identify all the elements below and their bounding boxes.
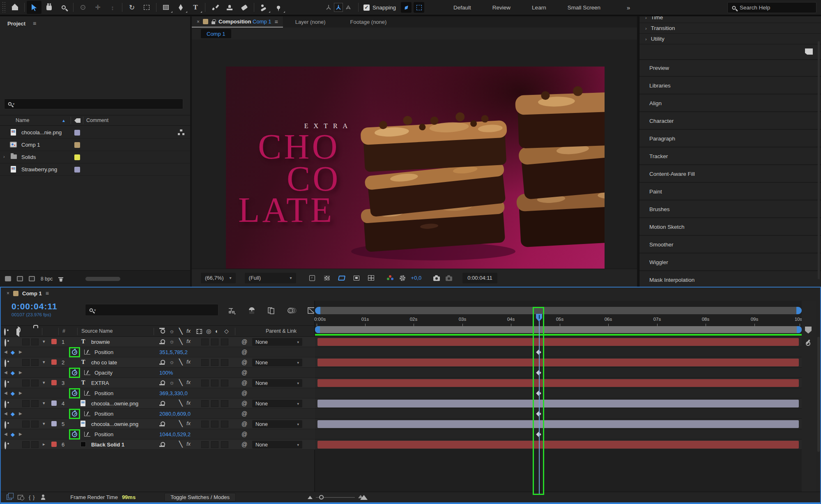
property-value[interactable]: 2080,0,609,0 [159,411,191,417]
dolly-camera-tool[interactable]: ↕ [105,1,120,14]
composition-mini-flowchart-icon[interactable] [228,306,237,315]
eye-icon[interactable] [5,442,6,449]
panel-tab-libraries[interactable]: Libraries [639,78,821,94]
shy-switch[interactable] [159,339,165,344]
brush-tool[interactable] [207,1,222,14]
timeline-tab-title[interactable]: Comp 1 [22,290,42,297]
property-pickwhip-icon[interactable]: @ [241,410,247,417]
panel-tab-character[interactable]: Character [639,113,821,130]
quality-switch[interactable]: ╲ [179,359,182,365]
property-pickwhip-icon[interactable]: @ [241,390,247,396]
effect-category-transition[interactable]: › Transition [639,23,821,34]
take-snapshot-button[interactable] [430,273,443,283]
shy-switch[interactable] [159,421,165,426]
local-axis-mode[interactable] [324,3,333,12]
home-tool[interactable] [7,1,22,14]
render-time-pane-button[interactable] [41,495,46,500]
layer-lane[interactable] [315,357,802,368]
more-workspaces-chevron[interactable]: » [627,4,629,11]
property-graph-icon[interactable] [84,411,90,416]
property-name[interactable]: Opacity [94,370,113,376]
parent-pickwhip-icon[interactable]: @ [241,441,247,448]
switch-cell[interactable] [221,338,228,345]
switch-cell[interactable] [31,380,39,387]
tab-composition[interactable]: × Composition Comp 1 ≡ [192,16,283,28]
layer-row[interactable]: ▾ 3 T EXTRA ☼ ╲ fx @ None▾ [1,378,315,388]
collapse-switch[interactable]: ☼ [169,359,175,365]
next-keyframe-icon[interactable]: ▶ [19,350,22,354]
switch-cell[interactable] [22,380,30,387]
property-row[interactable]: ◀ ◆ ▶ Position 1044,0,529,2 @ [1,429,315,440]
layer-color-swatch[interactable] [51,339,57,344]
panel-tab-content-aware-fill[interactable]: Content-Aware Fill [639,166,821,183]
shy-switch[interactable] [159,380,165,385]
column-name[interactable]: Name [16,117,29,123]
hand-tool[interactable] [41,1,56,14]
switch-cell[interactable] [201,359,209,366]
eraser-tool[interactable] [237,1,252,14]
effect-category-time[interactable]: › Time [639,16,821,23]
switch-cell[interactable] [22,441,30,448]
workspace-tab-default[interactable]: Default [443,5,482,11]
time-ruler[interactable]: 0:00s 01s 02s 03s 04s 05s 06s 07s 08s 09… [315,315,802,326]
prev-keyframe-icon[interactable]: ◀ [4,370,7,375]
expander-icon[interactable]: ▾ [43,380,45,385]
layer-lane[interactable] [315,378,802,388]
property-graph-icon[interactable] [84,391,90,396]
workspace-tab-small-screen[interactable]: Small Screen [557,5,611,11]
comp-button-icon[interactable] [805,339,812,346]
parent-pickwhip-icon[interactable]: @ [241,338,247,345]
switch-cell[interactable] [221,359,228,366]
tab-footage[interactable]: Footage (none) [338,19,399,25]
rotation-tool[interactable]: ↻ [124,1,139,14]
layer-switches-pane-button[interactable] [7,495,12,500]
quality-switch[interactable]: ╲ [179,420,182,427]
label-color-swatch[interactable] [74,142,80,148]
selection-tool[interactable] [27,1,41,14]
panel-tab-align[interactable]: Align [639,95,821,112]
collapse-switch[interactable]: ☼ [169,338,175,345]
add-keyframe-icon[interactable]: ◆ [11,390,15,396]
switch-cell[interactable] [201,338,209,345]
expander-icon[interactable]: ▸ [43,442,45,447]
project-item-row[interactable]: chocola...nie.png [0,127,190,139]
zoom-out-mountain-icon[interactable] [308,496,313,499]
eye-icon[interactable] [5,401,6,407]
layer-color-swatch[interactable] [51,442,57,447]
zoom-tool[interactable] [56,1,71,14]
property-row[interactable]: ◀ ◆ ▶ Opacity 100% @ [1,368,315,378]
property-pickwhip-icon[interactable]: @ [241,349,247,355]
layer-duration-bar[interactable] [317,338,799,346]
viewer-menu-icon[interactable]: ≡ [275,18,278,25]
add-keyframe-icon[interactable]: ◆ [11,370,15,376]
label-color-swatch[interactable] [74,154,80,160]
layer-row[interactable]: ▾ 5 chocola...ownie.png ╲ fx @ None▾ [1,419,315,429]
expander-icon[interactable]: ▾ [43,421,45,426]
panel-scrollbar[interactable] [818,41,820,279]
layer-color-swatch[interactable] [51,421,57,426]
shy-switch[interactable] [159,442,165,447]
parent-pickwhip-icon[interactable]: @ [241,380,247,386]
current-timecode[interactable]: 0:00:04:11 [11,301,57,311]
timeline-vertical-scrollbar[interactable] [817,337,820,452]
shy-switch[interactable] [159,360,165,365]
comp-marker-icon[interactable] [805,327,812,334]
column-source-name[interactable]: Source Name [81,328,113,334]
layer-row[interactable]: ▾ 1 T brownie ☼ ╲ fx @ None▾ [1,337,315,347]
property-graph-icon[interactable] [84,350,90,354]
project-item-row[interactable]: Strawberry.png [0,163,190,176]
type-tool[interactable]: T [188,1,203,14]
layer-lane[interactable] [315,398,802,409]
effects-switch[interactable]: fx [186,400,191,406]
frame-blend-column-icon[interactable] [196,329,202,334]
panel-tab-preview[interactable]: Preview [639,60,821,77]
project-search-input[interactable]: ▾ [4,99,183,109]
new-composition-icon[interactable] [29,276,35,281]
eye-icon[interactable] [5,381,6,387]
panel-tab-paint[interactable]: Paint [639,184,821,200]
property-value[interactable]: 100% [159,370,173,376]
column-comment[interactable]: Comment [86,117,108,123]
magnification-dropdown[interactable]: (66,7%)▾ [201,273,236,283]
parent-dropdown[interactable]: None▾ [252,359,302,366]
property-value[interactable]: 351,5,785,2 [159,349,188,355]
